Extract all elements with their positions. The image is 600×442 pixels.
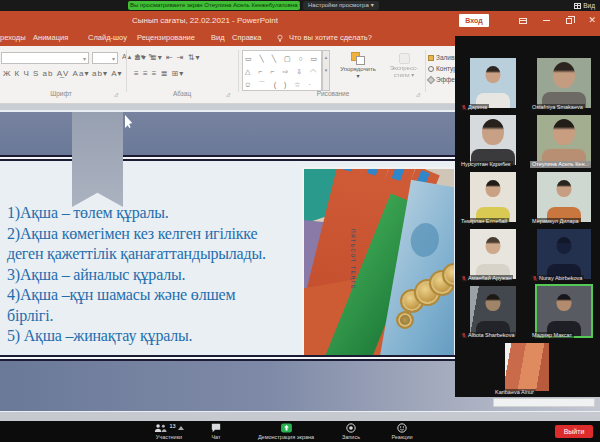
scroll-down-icon[interactable]: ▾ [323,64,329,77]
tab-tell-me[interactable]: Что вы хотите сделать? [289,30,372,46]
shapes-row-1: ▭ ╲ ╲ ▢ ○ ▭ [245,52,319,65]
participant-video [537,115,591,165]
slide-text-block[interactable]: 1)Ақша – төлем құралы. 2)Ақша көмегімен … [7,203,309,347]
participant-video [470,172,516,222]
slide-line: деген қажеттілік қанағаттандырылады. [7,244,309,265]
drawing-group-label: Рисование [242,90,424,97]
banknote-denomination-label: ПЯТЬСОТ ТЕҢГЕ [350,229,356,290]
slide-line: 5) Ақша –жинақтау құралы. [7,326,309,347]
leave-meeting-button[interactable]: Выйти [555,425,593,438]
shapes-gallery[interactable]: ▭ ╲ ╲ ▢ ○ ▭ △ ⌐ ⌐ ⇨ ⇩ ◠ ✩ ⌒ ( ) ☆ · [242,50,322,91]
restore-icon[interactable] [566,18,572,24]
quick-styles-label: Экспресс-стили ▾ [384,65,424,78]
signin-button[interactable]: Вход [459,14,489,27]
paragraph-group-label: Абзац [128,90,236,97]
tab-help[interactable]: Справка [232,30,261,46]
record-button[interactable]: Запись [334,422,368,441]
paragraph-align-buttons[interactable]: ≡ ≡ ≡ ≣ ⊞▾ [134,69,184,78]
tab-transitions[interactable]: реходы [0,30,26,46]
tab-view[interactable]: Вид [211,30,225,46]
mic-muted-icon [461,332,467,339]
participant-video [537,229,591,279]
close-icon[interactable]: ✕ [588,16,596,25]
share-screen-icon [280,423,293,433]
participant-name-label: Темірлан Елтебай [459,218,509,225]
view-button-label: Вид [583,1,595,10]
view-settings-button[interactable]: Настройки просмотра ▾ [303,1,379,10]
slide-line: 2)Ақша көмегімен кез келген игілікке [7,224,309,245]
status-bar-element [493,398,595,407]
powerpoint-titlebar: Сынып сағаты, 22.02.2021 - PowerPoint Вх… [0,11,600,30]
participant-name-label: Дарина [459,104,489,111]
paragraph-list-buttons[interactable]: ≣▾ ≣▾ ⇤ ⇥ ⇅▾ [134,53,200,62]
zoom-top-strip: Вы просматриваете экран Отеулина Асель К… [0,0,600,11]
arrange-icon [351,52,366,65]
font-name-combobox[interactable]: ▾ [1,52,89,64]
chevron-down-icon: ▾ [371,1,374,10]
view-button[interactable]: Вид [574,1,595,10]
grid-view-icon [574,3,581,9]
participant-tile[interactable]: Karibaeva Ainur [492,341,562,397]
participant-tile-active-speaker[interactable]: Мадияр Максат [529,284,599,340]
minimize-icon[interactable] [543,20,550,21]
quick-styles-icon [399,53,410,64]
participant-tile[interactable]: Мерамкул Дилара [529,170,599,226]
font-color-buttons[interactable]: ab▾ А▾ [92,69,123,78]
lightbulb-icon [277,34,283,43]
share-screen-button[interactable]: Демонстрация экрана [240,422,332,441]
participant-tile[interactable]: Ostafniya Smakaeva [529,56,599,112]
view-settings-label: Настройки просмотра [308,1,369,10]
participant-tile[interactable]: Темірлан Елтебай [458,170,528,226]
quick-styles-button[interactable]: Экспресс-стили ▾ [384,50,424,92]
participant-tile[interactable]: Nuray Abirbekova [529,227,599,283]
arrange-button[interactable]: Упорядочить ▾ [334,50,382,92]
share-screen-label: Демонстрация экрана [258,434,314,440]
shapes-gallery-scrollbar[interactable]: ▴ ▾ [322,50,330,91]
participant-name-label: Аманбай Аружан [459,275,513,282]
participant-name-label: Karibaeva Ainur [493,389,536,396]
tab-animation[interactable]: Анимация [33,30,68,46]
slide-line: 3)Ақша – айналыс құралы. [7,265,309,286]
slide-line: бірлігі. [7,306,309,327]
participant-video [470,229,516,279]
chat-button[interactable]: Чат [202,422,230,441]
chevron-up-icon[interactable] [178,426,184,430]
participant-video [537,286,591,336]
reactions-button[interactable]: Реакции [382,422,422,441]
font-size-combobox[interactable]: ▾ [92,52,118,64]
participant-name-label: Albota Sharbekova [459,332,516,339]
participant-name-label: Nuray Abirbekova [530,275,584,282]
record-label: Запись [342,434,360,440]
chat-label: Чат [211,434,220,440]
drawing-dialog-launcher-icon[interactable]: ◿ [416,91,420,97]
participants-label: Участники [156,434,182,440]
shape-effects-icon [427,75,435,83]
shapes-row-2: △ ⌐ ⌐ ⇨ ⇩ ◠ [245,65,319,78]
font-style-buttons[interactable]: Ж К Ч S ab А̲V Аа▾ [3,69,90,78]
tenge-banknotes-image: ПЯТЬСОТ ТЕҢГЕ [302,167,454,357]
participant-name-label: Мерамкул Дилара [530,218,581,225]
participant-name-label: Ostafniya Smakaeva [530,104,585,111]
bookmark-ribbon-shape [72,112,123,207]
mic-muted-icon [461,104,467,111]
tab-slideshow[interactable]: Слайд-шоу [88,30,127,46]
slide-line: 4)Ақша –құн шамасы және өлшем [7,285,309,306]
participant-video [537,58,591,108]
participants-button[interactable]: 13 Участники [138,422,200,441]
scroll-up-icon[interactable]: ▴ [323,51,329,64]
paragraph-dialog-launcher-icon[interactable]: ◿ [226,91,230,97]
participant-tile[interactable]: Дарина [458,56,528,112]
participant-tile[interactable]: Аманбай Аружан [458,227,528,283]
tab-review[interactable]: Рецензирование [137,30,195,46]
font-dialog-launcher-icon[interactable]: ◿ [114,91,118,97]
participants-video-panel: Дарина Ostafniya Smakaeva Нурсултан Кдри… [455,36,600,397]
record-icon [346,423,356,433]
mic-muted-icon [461,275,467,282]
participant-tile[interactable]: Нурсултан Кдрибек [458,113,528,169]
ribbon-display-options-icon[interactable] [519,18,527,24]
participant-tile[interactable]: Albota Sharbekova [458,284,528,340]
window-title: Сынып сағаты, 22.02.2021 - PowerPoint [0,11,410,30]
participant-tile[interactable]: Отеулина Асель Кен... [529,113,599,169]
zoom-toolbar: 13 Участники Чат Демонстрация экрана [0,421,600,442]
chevron-down-icon: ▾ [334,72,382,79]
